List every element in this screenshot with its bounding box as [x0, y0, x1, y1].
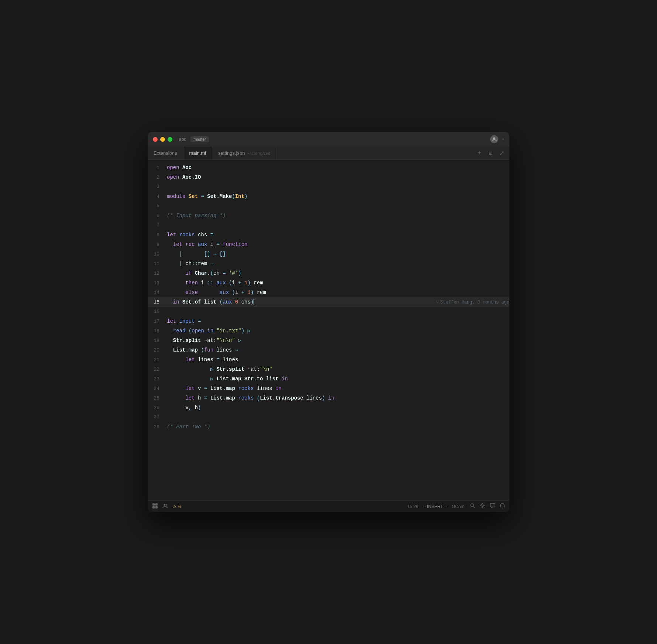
layout-button[interactable]: ⊞ [486, 149, 495, 157]
editor-window: aoc master ▾ Extensions main.ml settings… [148, 132, 509, 512]
maximize-button[interactable] [168, 137, 172, 142]
table-row: 4 module Set = Set.Make(Int) [148, 192, 509, 201]
svg-point-0 [493, 137, 495, 140]
svg-rect-4 [155, 506, 158, 508]
table-row: 28 (* Part Two *) [148, 422, 509, 432]
branch-badge[interactable]: master [190, 136, 209, 142]
fullscreen-button[interactable]: ⤢ [498, 149, 506, 157]
traffic-lights [153, 137, 172, 142]
table-row: 2 open Aoc.IO [148, 172, 509, 182]
minimize-button[interactable] [160, 137, 165, 142]
cursor-position: 15:29 [407, 504, 418, 509]
code-editor[interactable]: 1 open Aoc 2 open Aoc.IO 3 4 module Set … [148, 160, 509, 500]
git-blame: ⑂Steffen Haug, 8 months ago [436, 298, 509, 307]
table-row: 11 | ch::rem → [148, 259, 509, 268]
table-row: 9 let rec aux i = function [148, 240, 509, 249]
table-row: 12 if Char.(ch = '#') [148, 268, 509, 278]
search-icon[interactable] [470, 503, 475, 510]
table-row: 17 let input = [148, 316, 509, 326]
people-icon[interactable] [162, 503, 168, 510]
table-row: 27 [148, 412, 509, 422]
layout-icon[interactable] [152, 503, 158, 510]
table-row: 22 ▷ Str.split ~at:"\n" [148, 364, 509, 374]
table-row: 16 [148, 307, 509, 316]
table-row: 7 [148, 220, 509, 230]
svg-point-6 [166, 504, 167, 506]
table-row: 3 [148, 182, 509, 192]
table-row: 25 let h = List.map rocks (List.transpos… [148, 393, 509, 403]
table-row: 1 open Aoc [148, 163, 509, 172]
table-row: 14 else aux (i + 1) rem [148, 288, 509, 297]
svg-point-8 [482, 505, 484, 507]
table-row: 13 then i :: aux (i + 1) rem [148, 278, 509, 288]
table-row: 24 let v = List.map rocks lines in [148, 384, 509, 393]
svg-rect-1 [152, 503, 155, 506]
table-row: 10 | [] → [] [148, 249, 509, 259]
svg-rect-2 [155, 503, 158, 506]
tabbar: Extensions main.ml settings.json ~/.conf… [148, 147, 509, 160]
tab-settings-json[interactable]: settings.json ~/.config/zed [212, 147, 276, 160]
svg-point-5 [164, 504, 166, 506]
table-row: 5 [148, 201, 509, 211]
titlebar: aoc master ▾ [148, 132, 509, 147]
table-row: 26 v, h) [148, 403, 509, 412]
close-button[interactable] [153, 137, 158, 142]
tab-main-ml[interactable]: main.ml [183, 147, 213, 160]
table-row: 15 in Set.of_list (aux 0 chs) ⑂Steffen H… [148, 297, 509, 307]
new-tab-button[interactable]: + [475, 149, 484, 157]
table-row: 20 List.map (fun lines → [148, 345, 509, 355]
table-row: 19 Str.split ~at:"\n\n" ▷ [148, 336, 509, 345]
chat-icon[interactable] [490, 503, 495, 510]
svg-point-7 [471, 504, 474, 507]
table-row: 21 let lines = lines [148, 355, 509, 364]
table-row: 18 read (open_in "in.txt") ▷ [148, 326, 509, 336]
chevron-down-icon[interactable]: ▾ [502, 137, 504, 141]
bell-icon[interactable] [500, 503, 505, 510]
warning-count: 6 [178, 504, 181, 509]
project-name: aoc [179, 137, 186, 142]
table-row: 6 (* Input parsing *) [148, 211, 509, 220]
editor-mode: -- INSERT -- [423, 504, 447, 509]
svg-rect-9 [490, 503, 495, 507]
user-avatar[interactable] [490, 135, 498, 143]
tab-actions: + ⊞ ⤢ [472, 147, 509, 160]
settings-icon[interactable] [480, 503, 485, 510]
code-content: 1 open Aoc 2 open Aoc.IO 3 4 module Set … [148, 160, 509, 500]
tab-path: ~/.config/zed [247, 151, 270, 155]
table-row: 23 ▷ List.map Str.to_list in [148, 374, 509, 384]
warning-indicator[interactable]: ⚠ 6 [173, 504, 181, 509]
warning-icon: ⚠ [173, 504, 177, 509]
statusbar: ⚠ 6 15:29 -- INSERT -- OCaml [148, 500, 509, 512]
svg-rect-3 [152, 506, 155, 508]
table-row: 8 let rocks chs = [148, 230, 509, 240]
language-indicator[interactable]: OCaml [452, 504, 465, 509]
tab-extensions[interactable]: Extensions [148, 147, 183, 160]
